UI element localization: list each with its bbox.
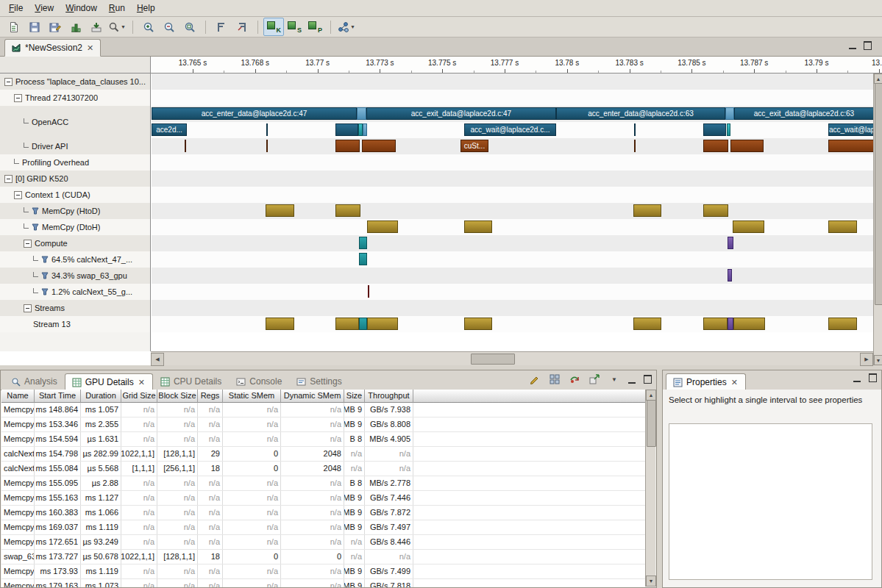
- tab-properties[interactable]: Properties ✕: [666, 373, 746, 390]
- timeline-vertical-scrollbar[interactable]: ▲ ▼: [873, 74, 882, 365]
- timeline-interval[interactable]: [367, 220, 398, 233]
- timeline-interval[interactable]: [634, 123, 636, 136]
- close-icon[interactable]: ✕: [730, 378, 739, 387]
- table-row[interactable]: Memcpy148.864 ms1.057 msn/an/an/an/an/a9…: [1, 403, 645, 417]
- tab-cpu-details[interactable]: CPU Details: [153, 373, 229, 390]
- column-header[interactable]: Regs: [198, 390, 223, 403]
- table-row[interactable]: Memcpy155.095 ms2.88 µsn/an/an/an/an/a8 …: [1, 476, 645, 491]
- collapse-toggle-icon[interactable]: [4, 175, 13, 183]
- minimize-icon[interactable]: [853, 379, 861, 382]
- timeline-interval[interactable]: [703, 318, 728, 330]
- timeline-interval[interactable]: [359, 237, 367, 249]
- maximize-icon[interactable]: [869, 373, 877, 382]
- timeline-interval[interactable]: [703, 123, 726, 136]
- timeline-interval[interactable]: [368, 285, 369, 298]
- table-row[interactable]: Memcpy173.93 ms1.119 msn/an/an/an/an/a9 …: [1, 564, 645, 579]
- timeline-interval[interactable]: [633, 204, 661, 217]
- tree-row[interactable]: Stream 13: [0, 316, 150, 332]
- zoom-out-button[interactable]: [159, 18, 179, 36]
- timeline-interval[interactable]: [185, 140, 186, 152]
- column-header[interactable]: Size: [344, 390, 365, 403]
- tree-row[interactable]: OpenACC: [0, 106, 150, 138]
- collapse-toggle-icon[interactable]: [4, 78, 13, 86]
- table-row[interactable]: Memcpy153.346 ms2.355 msn/an/an/an/an/a9…: [1, 417, 645, 432]
- timeline-interval[interactable]: [335, 204, 360, 217]
- view-menu-icon[interactable]: ▼: [608, 373, 620, 385]
- analysis-menu-button[interactable]: ▼: [336, 18, 357, 36]
- timeline-interval[interactable]: ace2d...: [152, 123, 187, 136]
- timeline-interval[interactable]: [728, 237, 733, 249]
- timeline-interval[interactable]: [464, 220, 492, 233]
- tab-settings[interactable]: Settings: [289, 373, 349, 390]
- table-row[interactable]: calcNext154.798 ms282.99 µs[1022,1,1][12…: [1, 447, 645, 462]
- table-vertical-scrollbar[interactable]: ▲ ▼: [645, 390, 655, 587]
- timeline-interval[interactable]: [266, 140, 268, 152]
- timeline-interval[interactable]: [359, 318, 367, 330]
- timeline-interval[interactable]: [266, 123, 268, 136]
- scrollbar-thumb[interactable]: [647, 400, 656, 447]
- tree-row[interactable]: Thread 2741307200: [0, 90, 150, 106]
- timeline-interval[interactable]: [828, 140, 873, 152]
- timeline-interval[interactable]: acc_wait@lap...: [828, 123, 873, 136]
- table-row[interactable]: Memcpy169.037 ms1.119 msn/an/an/an/an/a9…: [1, 520, 645, 535]
- collapse-toggle-icon[interactable]: [14, 94, 22, 102]
- menu-file[interactable]: File: [3, 1, 29, 15]
- timeline-horizontal-scrollbar[interactable]: ◀ ▶: [151, 351, 873, 365]
- tree-row[interactable]: Profiling Overhead: [0, 154, 150, 171]
- export-button[interactable]: [86, 18, 107, 36]
- column-header[interactable]: Throughput: [365, 390, 413, 403]
- table-row[interactable]: calcNext155.084 ms5.568 µs[1,1,1][256,1,…: [1, 462, 645, 476]
- timeline-interval[interactable]: [363, 123, 367, 136]
- table-row[interactable]: Memcpy155.163 ms1.127 msn/an/an/an/an/a9…: [1, 491, 645, 506]
- tree-row[interactable]: MemCpy (HtoD): [0, 203, 150, 219]
- table-row[interactable]: Memcpy172.651 ms93.249 µsn/an/an/an/an/a…: [1, 535, 645, 550]
- process-timeline-toggle[interactable]: P: [305, 18, 325, 36]
- search-menu-button[interactable]: ▼: [107, 18, 127, 36]
- export-table-icon[interactable]: [588, 373, 600, 385]
- timeline-interval[interactable]: [362, 140, 396, 152]
- tree-row[interactable]: 64.5% calcNext_47_...: [0, 251, 150, 268]
- timeline-interval[interactable]: [266, 318, 294, 330]
- record-icon[interactable]: [569, 373, 580, 385]
- timeline-interval[interactable]: [725, 107, 734, 120]
- timeline-interval[interactable]: [335, 140, 360, 152]
- timeline-interval[interactable]: [733, 318, 765, 330]
- tab-console[interactable]: Console: [229, 373, 289, 390]
- scrollbar-thumb[interactable]: [875, 83, 882, 305]
- column-header[interactable]: Name: [1, 390, 35, 403]
- timeline-interval[interactable]: [335, 318, 359, 330]
- save-as-button[interactable]: [45, 18, 65, 36]
- tab-analysis[interactable]: Analysis: [4, 373, 65, 390]
- timeline-interval[interactable]: [367, 318, 398, 330]
- timeline-interval[interactable]: [703, 140, 728, 152]
- close-icon[interactable]: ✕: [138, 378, 146, 387]
- column-header[interactable]: Duration: [81, 390, 121, 403]
- table-row[interactable]: Memcpy179.163 ms1.073 msn/an/an/an/an/a9…: [1, 579, 645, 587]
- tree-row[interactable]: Process "laplace_data_clauses 10...: [0, 74, 150, 90]
- minimize-icon[interactable]: [628, 380, 636, 384]
- save-button[interactable]: [24, 18, 45, 36]
- table-row[interactable]: swap_63173.727 ms50.678 µs[1022,1,1][128…: [1, 550, 645, 564]
- tree-row[interactable]: Driver API: [0, 138, 150, 154]
- session-tab[interactable]: *NewSession2 ✕: [4, 39, 101, 57]
- timeline-interval[interactable]: [730, 140, 764, 152]
- timeline-interval[interactable]: [634, 140, 636, 152]
- column-header[interactable]: Dynamic SMem: [281, 390, 344, 403]
- timeline-interval[interactable]: [633, 318, 661, 330]
- scroll-down-arrow-icon[interactable]: ▼: [646, 576, 656, 587]
- scroll-up-arrow-icon[interactable]: ▲: [874, 74, 882, 84]
- timeline-interval[interactable]: acc_enter_data@laplace2d.c:63: [556, 107, 725, 120]
- column-header[interactable]: Grid Size: [121, 390, 157, 403]
- tree-row[interactable]: Streams: [0, 300, 150, 316]
- timeline-interval[interactable]: [359, 253, 367, 265]
- stream-timeline-toggle[interactable]: S: [284, 18, 305, 36]
- report-button[interactable]: [65, 18, 86, 36]
- menu-run[interactable]: Run: [103, 1, 131, 15]
- timeline-interval[interactable]: [464, 318, 492, 330]
- scrollbar-thumb[interactable]: [471, 354, 515, 365]
- zoom-in-button[interactable]: [138, 18, 159, 36]
- timeline-interval[interactable]: acc_wait@laplace2d.c...: [464, 123, 556, 136]
- collapse-toggle-icon[interactable]: [24, 304, 32, 312]
- table-row[interactable]: Memcpy160.383 ms1.066 msn/an/an/an/an/a9…: [1, 506, 645, 520]
- timeline-interval[interactable]: cuSt...: [460, 140, 488, 152]
